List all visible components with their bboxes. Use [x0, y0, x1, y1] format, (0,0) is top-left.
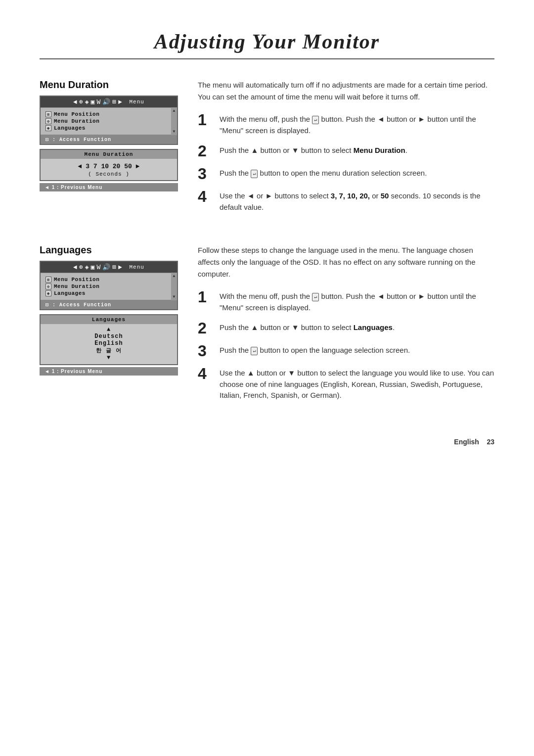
- menu-duration-osd-top: ◄ ⊕ ◈ ▣ W 🔊 ⊞ ► Menu ⊞ Menu Position: [40, 95, 178, 145]
- osd-icon-grid-2: ⊞: [112, 263, 116, 271]
- osd-item-languages-2: ⊛ Languages: [45, 290, 166, 297]
- lang-english: English: [45, 340, 172, 347]
- menu-duration-steps: 1 With the menu off, push the ↵ button. …: [198, 112, 494, 213]
- lang-step-number-2: 2: [198, 320, 213, 336]
- lang-arrow-down: ▼: [45, 354, 172, 361]
- step-text-3: Push the ↵ button to open the menu durat…: [220, 166, 427, 179]
- lang-label-2: Languages: [54, 290, 86, 296]
- lang-step-text-3: Push the ↵ button to open the language s…: [220, 343, 410, 356]
- lang-step-number-1: 1: [198, 289, 213, 305]
- lang-step-text-4: Use the ▲ button or ▼ button to select t…: [220, 366, 494, 401]
- enter-icon-lang-3: ↵: [251, 347, 258, 355]
- step-text-4: Use the ◄ or ► buttons to select 3, 7, 1…: [220, 189, 494, 213]
- osd-lang-sub-title: Languages: [41, 315, 177, 324]
- osd-main-area: ⊞ Menu Position ⊙ Menu Duration ⊛ Langua…: [41, 107, 177, 135]
- scroll-down-arrow: ▼: [173, 130, 176, 134]
- osd-top-bar: ◄ ⊕ ◈ ▣ W 🔊 ⊞ ► Menu: [41, 96, 177, 107]
- menu-dur-icon: ⊙: [45, 118, 51, 124]
- osd-icon-forward-2: ►: [118, 264, 122, 271]
- languages-intro: Follow these steps to change the languag…: [198, 244, 494, 280]
- osd-lang-sub-box: Languages ▲ Deutsch English 한 글 어 ▼: [40, 314, 178, 365]
- footer-page-number: 23: [487, 438, 494, 446]
- lang-step-number-4: 4: [198, 366, 213, 381]
- lang-step-1: 1 With the menu off, push the ↵ button. …: [198, 289, 494, 313]
- languages-right: Follow these steps to change the languag…: [198, 244, 494, 408]
- osd-top-bar-2: ◄ ⊕ ◈ ▣ W 🔊 ⊞ ► Menu: [41, 262, 177, 273]
- lang-arrow-up: ▲: [45, 326, 172, 333]
- step-1: 1 With the menu off, push the ↵ button. …: [198, 112, 494, 136]
- osd-item-menu-position: ⊞ Menu Position: [45, 111, 166, 118]
- menu-duration-title: Menu Duration: [40, 79, 178, 91]
- osd-item-menu-duration: ⊙ Menu Duration: [45, 118, 166, 125]
- osd-duration-sub-box: Menu Duration ◄ 3 7 10 20 50 ► ( Seconds…: [40, 149, 178, 181]
- menu-duration-section: Menu Duration ◄ ⊕ ◈ ▣ W 🔊 ⊞ ► Menu ⊞ Men…: [40, 79, 494, 220]
- footer-label: English: [454, 438, 479, 446]
- osd-icon-speaker-2: 🔊: [102, 263, 110, 271]
- osd-item-menu-position-2: ⊞ Menu Position: [45, 276, 166, 283]
- step-number-2: 2: [198, 143, 213, 159]
- step-2: 2 Push the ▲ button or ▼ button to selec…: [198, 143, 494, 159]
- languages-section: Languages ◄ ⊕ ◈ ▣ W 🔊 ⊞ ► Menu ⊞ Menu Po…: [40, 244, 494, 408]
- scroll-up-arrow: ▲: [173, 109, 176, 113]
- scroll-up-arrow-2: ▲: [173, 274, 176, 278]
- osd-icon-text: ▣: [91, 98, 95, 106]
- menu-duration-left: Menu Duration ◄ ⊕ ◈ ▣ W 🔊 ⊞ ► Menu ⊞ Men…: [40, 79, 178, 220]
- step-number-1: 1: [198, 112, 213, 128]
- osd-icon-ww: W: [96, 98, 100, 106]
- menu-pos-icon-2: ⊞: [45, 277, 51, 283]
- menu-duration-intro: The menu will automatically turn off if …: [198, 79, 494, 103]
- step-number-3: 3: [198, 166, 213, 182]
- osd-icon-brightness: ⊕: [79, 98, 83, 106]
- menu-dur-label-2: Menu Duration: [54, 284, 99, 289]
- osd-icon-brightness-2: ⊕: [79, 263, 83, 271]
- osd-menu-label-2: Menu: [129, 264, 144, 270]
- osd-duration-sub-title: Menu Duration: [41, 150, 177, 159]
- lang-step-number-3: 3: [198, 343, 213, 359]
- osd-icon-speaker: 🔊: [102, 98, 110, 106]
- lang-icon: ⊛: [45, 125, 51, 131]
- prev-menu-label-2: ◄ 1 : Previous Menu: [44, 369, 102, 374]
- languages-left: Languages ◄ ⊕ ◈ ▣ W 🔊 ⊞ ► Menu ⊞ Menu Po…: [40, 244, 178, 408]
- osd-menu-items: ⊞ Menu Position ⊙ Menu Duration ⊛ Langua…: [41, 107, 171, 135]
- enter-icon-1: ↵: [312, 116, 319, 124]
- osd-icon-back-2: ◄: [73, 264, 77, 271]
- footer: English 23: [40, 438, 494, 446]
- languages-steps: 1 With the menu off, push the ↵ button. …: [198, 289, 494, 401]
- lang-step-4: 4 Use the ▲ button or ▼ button to select…: [198, 366, 494, 401]
- osd-access-bar: ⊡ : Access Function: [41, 135, 177, 144]
- osd-prev-menu: ◄ 1 : Previous Menu: [40, 183, 178, 191]
- osd-icon-text-2: ▣: [91, 263, 95, 271]
- osd-icon-ww-2: W: [96, 264, 100, 271]
- menu-pos-icon: ⊞: [45, 111, 51, 117]
- osd-icon-grid: ⊞: [112, 98, 116, 106]
- access-function-label-2: ⊡ : Access Function: [45, 302, 111, 308]
- osd-menu-items-2: ⊞ Menu Position ⊙ Menu Duration ⊛ Langua…: [41, 273, 171, 300]
- osd-icon-contrast-2: ◈: [85, 263, 89, 271]
- lang-step-text-2: Push the ▲ button or ▼ button to select …: [220, 320, 395, 333]
- languages-title: Languages: [40, 244, 178, 256]
- lang-deutsch: Deutsch: [45, 333, 172, 340]
- prev-menu-label: ◄ 1 : Previous Menu: [44, 185, 102, 190]
- lang-icon-2: ⊛: [45, 290, 51, 296]
- osd-menu-label: Menu: [129, 99, 144, 105]
- menu-dur-icon-2: ⊙: [45, 284, 51, 289]
- enter-icon-3: ↵: [251, 170, 258, 178]
- lang-korean: 한 글 어: [45, 347, 172, 354]
- enter-icon-lang-1: ↵: [312, 293, 319, 301]
- osd-item-languages: ⊛ Languages: [45, 125, 166, 132]
- osd-access-bar-2: ⊡ : Access Function: [41, 300, 177, 309]
- osd-seconds-label: ( Seconds ): [41, 171, 177, 180]
- step-text-2: Push the ▲ button or ▼ button to select …: [220, 143, 407, 156]
- osd-prev-menu-2: ◄ 1 : Previous Menu: [40, 367, 178, 376]
- osd-duration-values: ◄ 3 7 10 20 50 ►: [41, 159, 177, 171]
- menu-dur-label: Menu Duration: [54, 118, 99, 124]
- menu-duration-right: The menu will automatically turn off if …: [198, 79, 494, 220]
- osd-icon-contrast: ◈: [85, 98, 89, 106]
- access-function-label: ⊡ : Access Function: [45, 137, 111, 142]
- menu-pos-label: Menu Position: [54, 111, 99, 117]
- osd-item-menu-duration-2: ⊙ Menu Duration: [45, 283, 166, 290]
- page-title: Adjusting Your Monitor: [40, 30, 494, 59]
- step-3: 3 Push the ↵ button to open the menu dur…: [198, 166, 494, 182]
- lang-step-3: 3 Push the ↵ button to open the language…: [198, 343, 494, 359]
- scroll-down-arrow-2: ▼: [173, 295, 176, 299]
